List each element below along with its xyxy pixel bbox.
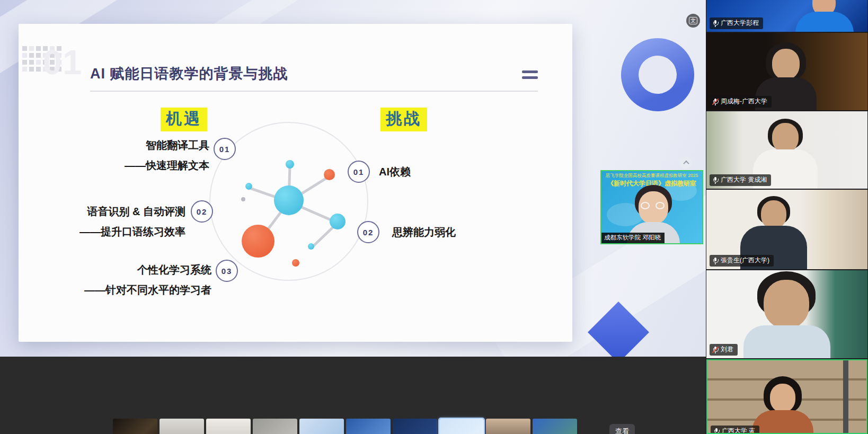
- opportunity-item-1: 智能翻译工具 ——快速理解文本: [125, 135, 209, 175]
- network-node-gray-dot: [241, 197, 245, 201]
- mic-muted-icon: [712, 346, 719, 353]
- participant-name-chip: 張贵生(广西大学): [710, 255, 774, 267]
- mic-icon: [713, 428, 720, 434]
- title-divider: [90, 91, 538, 92]
- network-node-cyan-tiny: [245, 183, 252, 190]
- challenge-item-1: AI依赖: [379, 164, 411, 179]
- opportunity-number-3: 03: [216, 260, 238, 282]
- participant-body: [795, 12, 854, 32]
- filmstrip-thumbnail[interactable]: [113, 419, 157, 434]
- network-node-cyan-hub: [274, 185, 304, 215]
- participant-name-chip: 广西大学 蓝: [711, 426, 759, 434]
- participant-tile[interactable]: 周成梅-广西大学: [706, 33, 867, 110]
- chevron-up-icon: [683, 160, 689, 166]
- network-node-orange-large: [242, 225, 274, 258]
- participant-face: [764, 280, 809, 329]
- network-node-cyan-medium: [330, 214, 346, 229]
- filmstrip-thumbnail-selected[interactable]: [439, 419, 484, 434]
- participants-sidebar: 广西大学彭程 周成梅-广西大学 广西大学 黄成湘: [706, 0, 868, 434]
- virtual-bg-banner-line1: 思飞学院全国高校高质量课程虚拟教研室 2025: [601, 173, 702, 179]
- bottom-bar: 查看: [0, 357, 706, 434]
- participant-name: 周成梅-广西大学: [721, 97, 767, 106]
- participant-name: 刘君: [721, 345, 733, 354]
- participant-name-chip: 广西大学 黄成湘: [710, 174, 771, 186]
- challenge-item-2: 思辨能力弱化: [392, 225, 456, 240]
- participant-name: 广西大学彭程: [721, 19, 759, 28]
- challenges-heading: 挑战: [380, 108, 427, 131]
- opportunities-heading: 机遇: [161, 108, 207, 131]
- filmstrip-thumbnail[interactable]: [533, 419, 577, 434]
- filmstrip-thumbnail[interactable]: [486, 419, 530, 434]
- mic-muted-icon: [712, 98, 719, 105]
- video-filmstrip: [113, 419, 577, 434]
- opportunity-item-2: 语音识别 & 自动评测 ——提升口语练习效率: [79, 201, 185, 242]
- filmstrip-thumbnail[interactable]: [346, 419, 391, 434]
- network-node-cyan-small: [286, 160, 294, 169]
- network-node-orange-dot: [292, 259, 299, 267]
- opportunity-number-1: 01: [214, 138, 236, 160]
- network-node-cyan-dot: [308, 243, 314, 250]
- menu-bars-icon: [522, 70, 538, 82]
- participant-face: [770, 384, 795, 412]
- participant-name-chip: 广西大学彭程: [710, 17, 763, 29]
- opportunity-number-2: 02: [191, 200, 213, 223]
- speaker-name-tag: 成都东软学院 邓阳晓: [601, 233, 665, 243]
- participant-tile[interactable]: 刘君: [706, 270, 867, 358]
- scroll-up-button[interactable]: [680, 156, 692, 169]
- slide-title: AI 赋能日语教学的背景与挑战: [90, 64, 288, 83]
- decor-blue-ring: [612, 29, 704, 121]
- glasses-icon: [656, 202, 665, 209]
- meeting-window: 01 AI 赋能日语教学的背景与挑战 机遇 挑战: [0, 0, 868, 434]
- mic-icon: [712, 20, 719, 27]
- participant-face: [772, 49, 800, 79]
- filmstrip-thumbnail[interactable]: [160, 419, 204, 434]
- shared-screen-stage: 01 AI 赋能日语教学的背景与挑战 机遇 挑战: [0, 0, 706, 357]
- challenge-number-2: 02: [357, 221, 379, 243]
- participant-body: [743, 325, 830, 358]
- section-number: 01: [43, 43, 83, 82]
- participant-name: 張贵生(广西大学): [721, 256, 769, 265]
- ocr-capture-button[interactable]: 文: [686, 14, 700, 28]
- participant-tile[interactable]: 張贵生(广西大学): [706, 190, 867, 269]
- participant-face: [772, 123, 799, 153]
- ocr-capture-icon: 文: [689, 17, 697, 24]
- mic-icon: [712, 176, 719, 184]
- presentation-slide: 01 AI 赋能日语教学的背景与挑战 机遇 挑战: [19, 24, 572, 342]
- filmstrip-thumbnail[interactable]: [299, 419, 344, 434]
- participant-name-chip: 周成梅-广西大学: [710, 96, 772, 108]
- glasses-icon: [641, 202, 650, 209]
- network-node-orange-small: [324, 169, 335, 180]
- mic-icon: [712, 257, 719, 264]
- participant-body: [752, 410, 813, 434]
- view-button[interactable]: 查看: [609, 424, 635, 434]
- participant-name: 广西大学 蓝: [722, 427, 755, 434]
- filmstrip-thumbnail[interactable]: [253, 419, 297, 434]
- challenge-number-1: 01: [348, 161, 370, 183]
- tripod-pole: [843, 360, 848, 433]
- participant-name: 广西大学 黄成湘: [721, 175, 767, 184]
- participant-tile[interactable]: 广西大学 黄成湘: [706, 111, 867, 189]
- opportunity-item-3: 个性化学习系统 ——针对不同水平的学习者: [84, 260, 211, 300]
- participant-face: [761, 200, 786, 229]
- speaker-video-overlay[interactable]: 思飞学院全国高校高质量课程虚拟教研室 2025 《新时代大学日语》虚拟教研室 成…: [600, 170, 703, 244]
- participant-tile-active[interactable]: 广西大学 蓝: [706, 359, 867, 434]
- participant-tile[interactable]: 广西大学彭程: [706, 0, 867, 32]
- participant-name-chip: 刘君: [710, 344, 738, 356]
- filmstrip-thumbnail[interactable]: [206, 419, 251, 434]
- filmstrip-thumbnail[interactable]: [393, 419, 437, 434]
